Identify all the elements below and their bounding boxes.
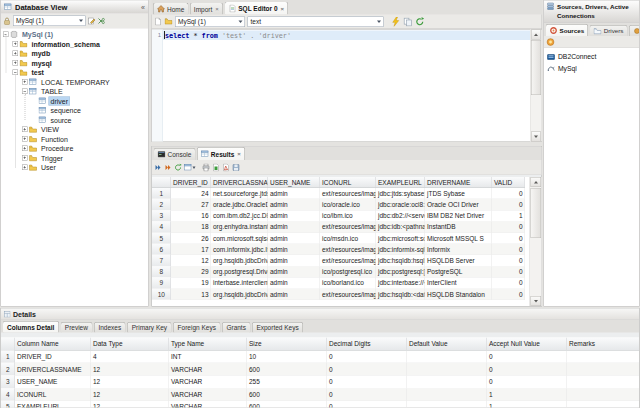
column-header-drivername[interactable]: DRIVERNAME: [425, 177, 492, 188]
table-row[interactable]: 617com.informix.jdbc.Ifadminext/resource…: [152, 244, 530, 255]
column-header-remarks[interactable]: Remarks: [567, 338, 639, 351]
results-tab-console[interactable]: Console: [154, 148, 196, 160]
column-header-driverclassname[interactable]: DRIVERCLASSNAME: [211, 177, 268, 188]
details-tab-indexes[interactable]: Indexes: [94, 322, 126, 333]
export-pdf-icon[interactable]: [222, 163, 230, 171]
tree-item-test[interactable]: test: [1, 68, 148, 78]
copy-icon[interactable]: [403, 17, 413, 27]
tree-item-mydb[interactable]: mydb: [1, 49, 148, 59]
tree-item-user[interactable]: User: [1, 163, 148, 173]
disconnect-button[interactable]: [98, 17, 106, 25]
table-row[interactable]: 3USER_NAME12VARCHAR25500: [1, 376, 639, 389]
tree-item-trigger[interactable]: Trigger: [1, 153, 148, 163]
execute-query-icon[interactable]: [391, 17, 401, 27]
scroll-down-button[interactable]: [531, 296, 542, 306]
edit-connection-button[interactable]: [88, 17, 96, 25]
table-row[interactable]: 124net.sourceforge.jtdsadminext/resource…: [152, 188, 530, 199]
table-row[interactable]: 712org.hsqldb.jdbcDrivadminext/resources…: [152, 255, 530, 266]
details-tab-exported-keys[interactable]: Exported Keys: [252, 322, 303, 333]
table-row[interactable]: 2DRIVERCLASSNAME12VARCHAR60000: [1, 363, 639, 376]
tree-item-driver[interactable]: driver: [1, 96, 148, 106]
table-row[interactable]: 526com.microsoft.sqlseradminico/msdn.ico…: [152, 233, 530, 244]
column-header-type-name[interactable]: Type Name: [169, 338, 247, 351]
previous-page-icon[interactable]: [154, 163, 162, 171]
editor-tab-sql-editor-0[interactable]: SQL Editor 0×: [224, 2, 288, 15]
save-results-icon[interactable]: [232, 163, 240, 171]
column-header-column-name[interactable]: Column Name: [15, 338, 91, 351]
tree-item-mysql[interactable]: mysql: [1, 58, 148, 68]
table-row[interactable]: 227oracle.jdbc.OracleDradminico/oracle.i…: [152, 199, 530, 210]
refresh-results-icon[interactable]: [174, 163, 182, 171]
column-header-size[interactable]: Size: [247, 338, 327, 351]
table-row[interactable]: 919interbase.interclientadminico/borland…: [152, 278, 530, 289]
collapse-panel-button[interactable]: «: [141, 3, 145, 11]
column-header-valid[interactable]: VALID: [492, 177, 525, 188]
scroll-up-button[interactable]: [531, 30, 541, 40]
editor-format-combobox[interactable]: text: [248, 16, 384, 27]
table-row[interactable]: 316com.ibm.db2.jcc.DB2adminico/ibm.icojd…: [152, 210, 530, 221]
refresh-icon[interactable]: [415, 17, 425, 27]
results-vertical-scrollbar[interactable]: [530, 177, 542, 306]
source-item-mysql[interactable]: MySql: [544, 63, 639, 75]
tree-item-source[interactable]: source: [1, 115, 148, 125]
new-file-icon[interactable]: [154, 18, 162, 26]
next-page-icon[interactable]: [164, 163, 172, 171]
tree-item-table[interactable]: TABLE: [1, 87, 148, 97]
expander-plus-icon[interactable]: [22, 136, 28, 142]
print-icon[interactable]: [202, 163, 210, 171]
tree-item-information-schema[interactable]: information_schema: [1, 39, 148, 49]
column-header-driver-id[interactable]: DRIVER_ID: [171, 177, 211, 188]
export-table-icon[interactable]: [184, 163, 196, 171]
editor-vertical-scrollbar[interactable]: [530, 30, 542, 142]
editor-tab-import[interactable]: Import×: [190, 3, 223, 15]
editor-connection-combobox[interactable]: MySql (1): [175, 16, 245, 27]
table-row[interactable]: 829org.postgresql.Driveadminico/postgres…: [152, 266, 530, 277]
export-excel-icon[interactable]: [212, 163, 220, 171]
column-header-accept-null-value[interactable]: Accept Null Value: [487, 338, 567, 351]
tree-item-sequence[interactable]: sequence: [1, 106, 148, 116]
column-header-iconurl[interactable]: ICONURL: [320, 177, 376, 188]
sources-tab-sources[interactable]: Sources: [546, 24, 589, 36]
close-tab-icon[interactable]: ×: [281, 7, 285, 11]
expander-plus-icon[interactable]: [13, 60, 19, 66]
tree-item-function[interactable]: Function: [1, 134, 148, 144]
tree-item-local-temporary[interactable]: LOCAL TEMPORARY: [1, 77, 148, 87]
column-header-decimal-digits[interactable]: Decimal Digits: [327, 338, 407, 351]
connection-combobox[interactable]: MySql (1): [13, 16, 86, 27]
table-row[interactable]: 1013org.hsqldb.jdbcDrivadminext/resource…: [152, 289, 530, 300]
details-tab-foreign-keys[interactable]: Foreign Keys: [173, 322, 220, 333]
table-row[interactable]: 1DRIVER_ID4INT1000: [1, 351, 639, 364]
new-source-icon[interactable]: [546, 37, 555, 46]
column-header-user-name[interactable]: USER_NAME: [268, 177, 320, 188]
scrollbar-thumb[interactable]: [531, 40, 541, 95]
details-tab-primary-key[interactable]: Primary Key: [127, 322, 171, 333]
expander-plus-icon[interactable]: [13, 51, 19, 57]
tree-item-view[interactable]: VIEW: [1, 125, 148, 135]
expander-plus-icon[interactable]: [13, 41, 19, 47]
scroll-down-button[interactable]: [531, 132, 541, 142]
details-tab-columns-detail[interactable]: Columns Detail: [3, 321, 59, 333]
close-tab-icon[interactable]: ×: [237, 152, 241, 156]
table-row[interactable]: 418org.enhydra.instantdadminext/resource…: [152, 222, 530, 233]
table-row[interactable]: 4ICONURL12VARCHAR60001: [1, 388, 639, 401]
sources-tab-drivers[interactable]: Drivers: [590, 25, 628, 36]
details-tab-grants[interactable]: Grants: [222, 322, 251, 333]
scroll-up-button[interactable]: [531, 177, 542, 187]
expander-plus-icon[interactable]: [22, 127, 28, 133]
expander-plus-icon[interactable]: [22, 165, 28, 171]
tree-item-procedure[interactable]: Procedure: [1, 144, 148, 154]
editor-tab-home[interactable]: Home: [153, 3, 188, 15]
expander-plus-icon[interactable]: [22, 146, 28, 152]
tree-item-mysql-1-[interactable]: MySql (1): [1, 30, 148, 40]
details-tab-preview[interactable]: Preview: [60, 322, 92, 333]
column-header-exampleurl[interactable]: EXAMPLEURL: [376, 177, 425, 188]
scrollbar-thumb[interactable]: [531, 188, 542, 238]
editor-body[interactable]: select * from 'test' . 'driver': [163, 30, 530, 142]
column-header-data-type[interactable]: Data Type: [91, 338, 169, 351]
sources-tab-stub[interactable]: [629, 25, 640, 36]
column-header-default-value[interactable]: Default Value: [407, 338, 487, 351]
table-row[interactable]: 5EXAMPLEURL12VARCHAR60001: [1, 401, 639, 408]
expander-plus-icon[interactable]: [22, 79, 28, 85]
close-tab-icon[interactable]: ×: [215, 7, 219, 11]
sql-editor[interactable]: 1 select * from 'test' . 'driver': [152, 29, 543, 142]
